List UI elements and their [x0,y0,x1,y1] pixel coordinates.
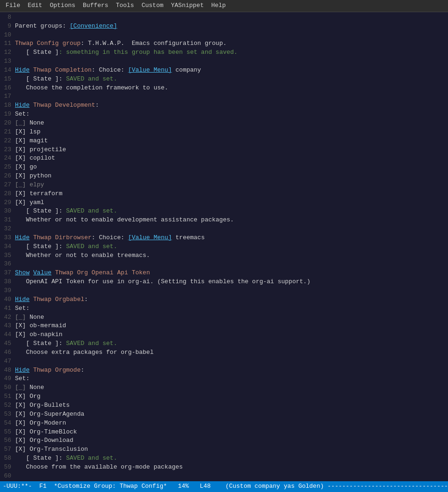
line-number: 58 [2,454,15,463]
line-28: 28[X] terraform [0,190,448,198]
line-number: 21 [2,128,15,137]
line-number: 13 [2,57,15,66]
line-number: 52 [2,401,15,410]
line-17: 17 [0,92,448,101]
menu-options[interactable]: Options [46,1,79,11]
line-text: Whether or not to enable treemacs. [15,251,446,260]
menu-tools[interactable]: Tools [112,1,138,11]
line-number: 27 [2,181,15,190]
line-number: 38 [2,278,15,286]
line-number: 32 [2,225,15,234]
line-24: 24[X] copilot [0,154,448,163]
line-59: 59 Choose from the available org-mode pa… [0,463,448,472]
line-number: 46 [2,348,15,357]
line-text: [_] elpy [15,181,446,190]
menu-custom[interactable]: Custom [138,1,167,11]
line-number: 20 [2,119,15,128]
line-26: 26[X] python [0,172,448,181]
menu-help[interactable]: Help [208,1,230,11]
line-52: 52[X] Org-Bullets [0,401,448,410]
line-number: 19 [2,110,15,119]
line-number: 22 [2,137,15,146]
line-51: 51[X] Org [0,392,448,401]
line-29: 29[X] yaml [0,198,448,207]
line-text [15,357,446,366]
line-text: [ State ]: SAVED and set. [15,242,446,251]
line-text [15,472,446,481]
line-number: 29 [2,198,15,207]
menu-buffers[interactable]: Buffers [79,1,112,11]
line-text: [X] lsp [15,128,446,137]
line-number: 8 [2,13,15,22]
line-35: 35 Whether or not to enable treemacs. [0,251,448,260]
line-32: 32 [0,225,448,234]
line-text [15,260,446,269]
line-text: [ State ]: SAVED and set. [15,454,446,463]
line-number: 23 [2,146,15,154]
line-text: Hide Thwap Dirbrowser: Choice: [Value Me… [15,234,446,242]
line-text: Choose the completion framework to use. [15,84,446,93]
line-47: 47 [0,357,448,366]
menu-file[interactable]: File [2,1,24,11]
line-number: 26 [2,172,15,181]
line-37: 37Show Value Thwap Org Openai Api Token [0,269,448,278]
line-8: 8 [0,13,448,22]
line-44: 44[X] ob-napkin [0,330,448,339]
line-15: 15 [ State ]: SAVED and set. [0,75,448,84]
line-11: 11Thwap Config group: T.H.W.A.P. Emacs c… [0,39,448,48]
status-bar: -UUU:**- F1 *Customize Group: Thwap Conf… [0,481,448,492]
line-text: OpenAI API Token for use in org-ai. (Set… [15,278,446,286]
line-number: 30 [2,207,15,216]
line-number: 50 [2,383,15,392]
line-text: [X] ob-napkin [15,330,446,339]
line-number: 49 [2,375,15,383]
line-text: Parent groups: [Convenience] [15,22,446,31]
line-number: 18 [2,101,15,110]
line-16: 16 Choose the completion framework to us… [0,84,448,93]
line-41: 41Set: [0,304,448,313]
line-9: 9Parent groups: [Convenience] [0,22,448,31]
line-text: [X] Org-Bullets [15,401,446,410]
line-text: [ State ]: something in this group has b… [15,48,446,57]
line-text: [X] Org-TimeBlock [15,428,446,437]
line-text: [ State ]: SAVED and set. [15,207,446,216]
line-30: 30 [ State ]: SAVED and set. [0,207,448,216]
line-25: 25[X] go [0,163,448,172]
line-number: 31 [2,216,15,225]
menu-edit[interactable]: Edit [24,1,46,11]
line-number: 34 [2,242,15,251]
line-number: 59 [2,463,15,472]
line-number: 43 [2,322,15,330]
line-22: 22[X] magit [0,137,448,146]
line-36: 36 [0,260,448,269]
line-33: 33Hide Thwap Dirbrowser: Choice: [Value … [0,234,448,242]
line-number: 57 [2,445,15,454]
line-13: 13 [0,57,448,66]
line-text: Hide Thwap Development: [15,101,446,110]
line-56: 56[X] Org-Download [0,436,448,445]
line-14: 14Hide Thwap Completion: Choice: [Value … [0,66,448,75]
line-number: 12 [2,48,15,57]
line-number: 55 [2,428,15,437]
line-31: 31 Whether or not to enable development … [0,216,448,225]
line-text: Whether or not to enable development ass… [15,216,446,225]
line-60: 60 [0,472,448,481]
line-number: 54 [2,419,15,428]
line-45: 45 [ State ]: SAVED and set. [0,339,448,348]
line-text: [_] None [15,313,446,322]
line-21: 21[X] lsp [0,128,448,137]
line-text [15,225,446,234]
line-number: 56 [2,436,15,445]
line-number: 17 [2,92,15,101]
line-text: Set: [15,375,446,383]
line-text: [X] projectile [15,146,446,154]
line-10: 10 [0,31,448,40]
line-text: [X] Org [15,392,446,401]
menu-yasnippet[interactable]: YASnippet [167,1,207,11]
line-number: 15 [2,75,15,84]
line-12: 12 [ State ]: something in this group ha… [0,48,448,57]
line-number: 10 [2,31,15,40]
line-number: 33 [2,234,15,242]
line-text [15,57,446,66]
line-number: 24 [2,154,15,163]
